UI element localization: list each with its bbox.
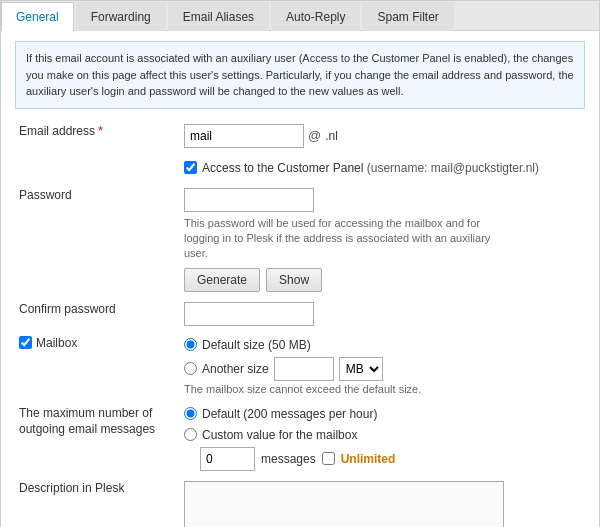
tab-content: If this email account is associated with… xyxy=(1,31,599,527)
size-unit-select[interactable]: MB xyxy=(339,357,383,381)
custom-messages-radio-row: Custom value for the mailbox xyxy=(184,426,581,444)
tab-email-aliases[interactable]: Email Aliases xyxy=(168,2,269,31)
default-messages-radio[interactable] xyxy=(184,407,197,420)
info-box: If this email account is associated with… xyxy=(15,41,585,109)
password-row: Password This password will be used for … xyxy=(15,183,585,297)
tab-forwarding[interactable]: Forwarding xyxy=(76,2,166,31)
size-value-input[interactable] xyxy=(274,357,334,381)
customer-panel-label: Access to the Customer Panel (username: … xyxy=(202,161,539,175)
tab-spam-filter[interactable]: Spam Filter xyxy=(362,2,453,31)
email-address-field-group: @ .nl xyxy=(184,124,581,148)
mailbox-checkbox[interactable] xyxy=(19,336,32,349)
customer-panel-group: Access to the Customer Panel (username: … xyxy=(184,158,581,178)
email-domain: .nl xyxy=(325,129,338,143)
another-size-radio[interactable] xyxy=(184,362,197,375)
gen-show-group: Generate Show xyxy=(184,268,581,292)
messages-input-row: messages Unlimited xyxy=(200,447,581,471)
another-size-row: Another size MB xyxy=(184,357,581,381)
customer-panel-row: Access to the Customer Panel (username: … xyxy=(15,153,585,183)
customer-panel-username: (username: mail@puckstigter.nl) xyxy=(367,161,539,175)
password-input[interactable] xyxy=(184,188,314,212)
tab-auto-reply[interactable]: Auto-Reply xyxy=(271,2,360,31)
tab-general[interactable]: General xyxy=(1,2,74,31)
generate-button[interactable]: Generate xyxy=(184,268,260,292)
confirm-password-input[interactable] xyxy=(184,302,314,326)
confirm-password-label: Confirm password xyxy=(15,297,180,331)
size-hint: The mailbox size cannot exceed the defau… xyxy=(184,383,581,395)
email-local-input[interactable] xyxy=(184,124,304,148)
description-textarea[interactable] xyxy=(184,481,504,527)
email-settings-dialog: General Forwarding Email Aliases Auto-Re… xyxy=(0,0,600,527)
max-messages-row: The maximum number of outgoing email mes… xyxy=(15,400,585,476)
tab-bar: General Forwarding Email Aliases Auto-Re… xyxy=(1,1,599,31)
description-row: Description in Plesk The description is … xyxy=(15,476,585,527)
password-label: Password xyxy=(15,183,180,297)
customer-panel-checkbox[interactable] xyxy=(184,161,197,174)
default-size-label: Default size (50 MB) xyxy=(202,338,311,352)
email-address-row: Email address @ .nl xyxy=(15,119,585,153)
messages-value-input[interactable] xyxy=(200,447,255,471)
confirm-password-row: Confirm password xyxy=(15,297,585,331)
email-address-label: Email address xyxy=(15,119,180,153)
info-text: If this email account is associated with… xyxy=(26,52,574,97)
mailbox-label: Mailbox xyxy=(36,336,77,350)
messages-text: messages xyxy=(261,452,316,466)
mailbox-row: Mailbox Default size (50 MB) Another siz… xyxy=(15,331,585,400)
password-hint: This password will be used for accessing… xyxy=(184,216,504,262)
unlimited-label: Unlimited xyxy=(341,452,396,466)
unlimited-checkbox[interactable] xyxy=(322,452,335,465)
default-size-radio-row: Default size (50 MB) xyxy=(184,336,581,354)
default-size-radio[interactable] xyxy=(184,338,197,351)
another-size-label: Another size xyxy=(202,362,269,376)
custom-messages-label: Custom value for the mailbox xyxy=(202,428,357,442)
show-button[interactable]: Show xyxy=(266,268,322,292)
description-label: Description in Plesk xyxy=(15,476,180,527)
default-messages-radio-row: Default (200 messages per hour) xyxy=(184,405,581,423)
at-sign: @ xyxy=(308,128,321,143)
max-messages-label: The maximum number of outgoing email mes… xyxy=(15,400,180,476)
default-messages-label: Default (200 messages per hour) xyxy=(202,407,377,421)
custom-messages-radio[interactable] xyxy=(184,428,197,441)
form-table: Email address @ .nl Access to th xyxy=(15,119,585,528)
